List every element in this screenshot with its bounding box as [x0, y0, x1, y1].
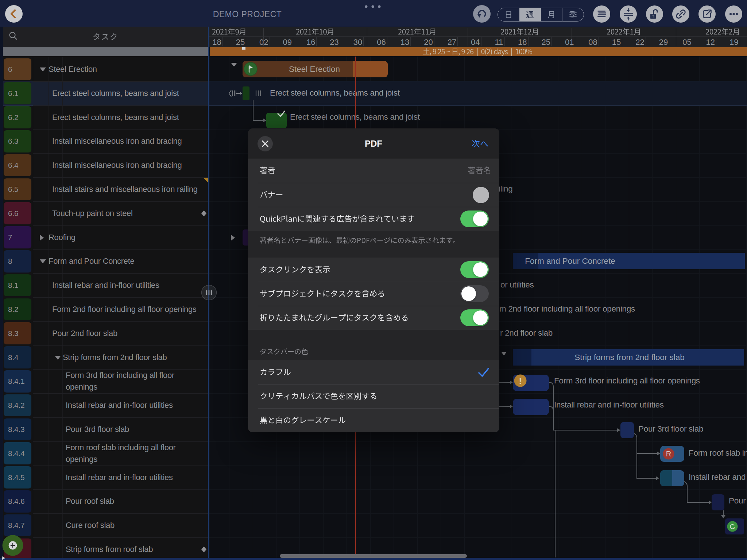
svg-text:G: G — [730, 523, 735, 530]
svg-text:!: ! — [519, 376, 522, 386]
svg-text:R: R — [666, 450, 671, 458]
